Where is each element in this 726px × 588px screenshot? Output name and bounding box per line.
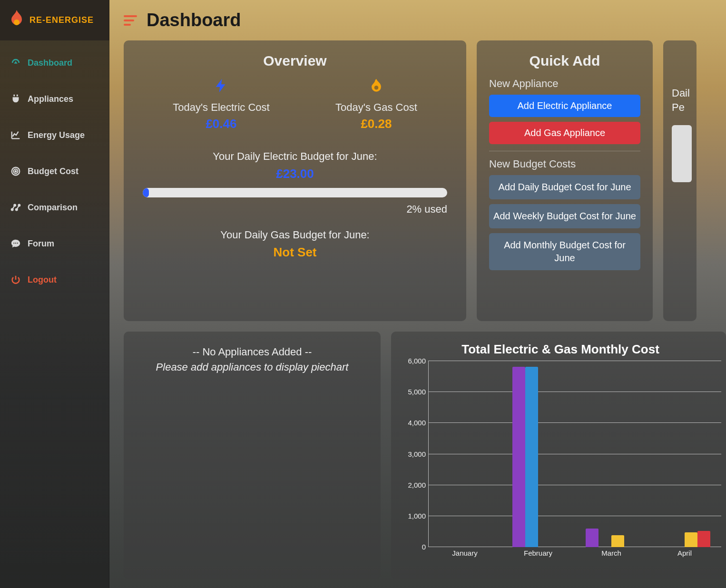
electric-budget-used-text: 2% used <box>140 203 447 216</box>
x-tick-label: January <box>428 549 501 560</box>
quickadd-title: Quick Add <box>489 53 640 69</box>
add-daily-budget-button[interactable]: Add Daily Budget Cost for June <box>489 175 640 199</box>
gas-budget-label: Your Daily Gas Budget for June: <box>140 229 450 241</box>
bolt-icon <box>173 78 270 98</box>
right-stub-card: Dail Pe <box>663 40 697 321</box>
sidebar-item-logout[interactable]: Logout <box>0 267 109 293</box>
y-tick-label: 6,000 <box>401 357 426 365</box>
electric-budget-progress-fill <box>143 188 149 197</box>
barchart: 01,0002,0003,0004,0005,0006,000 JanuaryF… <box>428 361 721 560</box>
metric-gas: Today's Gas Cost £0.28 <box>335 78 417 131</box>
piechart-card: -- No Appliances Added -- Please add app… <box>124 332 381 579</box>
sidebar-item-comparison[interactable]: Comparison <box>0 195 109 220</box>
row-top: Overview Today's Electric Cost £0.46 Tod… <box>124 40 726 321</box>
quickadd-budget-header: New Budget Costs <box>489 158 640 170</box>
page-title: Dashboard <box>147 10 241 30</box>
overview-card: Overview Today's Electric Cost £0.46 Tod… <box>124 40 466 321</box>
chat-icon <box>10 238 21 249</box>
sidebar-item-budget-cost[interactable]: Budget Cost <box>0 158 109 184</box>
add-electric-appliance-button[interactable]: Add Electric Appliance <box>489 95 640 117</box>
add-gas-appliance-button[interactable]: Add Gas Appliance <box>489 122 640 144</box>
gas-budget-block: Your Daily Gas Budget for June: Not Set <box>140 229 450 260</box>
y-tick-label: 5,000 <box>401 388 426 396</box>
stub-line-1: Dail <box>672 87 692 99</box>
stub-input-box[interactable] <box>672 125 692 182</box>
bar <box>697 531 710 547</box>
x-tick-label: April <box>648 549 721 560</box>
svg-point-11 <box>374 86 379 90</box>
stub-line-2: Pe <box>672 101 692 114</box>
gauge-icon <box>10 58 21 68</box>
electric-budget-value: £23.00 <box>140 167 450 181</box>
svg-point-9 <box>15 243 16 244</box>
electric-budget-block: Your Daily Electric Budget for June: £23… <box>140 150 450 216</box>
barchart-card: Total Electric & Gas Monthly Cost 01,000… <box>391 332 726 579</box>
svg-point-5 <box>14 205 16 206</box>
x-tick-label: March <box>575 549 648 560</box>
metric-electric-value: £0.46 <box>173 117 270 131</box>
power-icon <box>10 274 21 285</box>
sidebar-item-dashboard[interactable]: Dashboard <box>0 50 109 76</box>
metric-electric: Today's Electric Cost £0.46 <box>173 78 270 131</box>
plug-icon <box>10 94 21 104</box>
piechart-hint-text: Please add appliances to display piechar… <box>140 361 364 373</box>
metric-gas-value: £0.28 <box>335 117 417 131</box>
y-tick-label: 3,000 <box>401 450 426 458</box>
sidebar-item-label: Forum <box>28 239 54 249</box>
sidebar-item-label: Logout <box>28 275 57 285</box>
electric-budget-label: Your Daily Electric Budget for June: <box>140 150 450 163</box>
sidebar-item-label: Dashboard <box>28 58 72 68</box>
svg-point-0 <box>14 20 20 25</box>
quickadd-card: Quick Add New Appliance Add Electric App… <box>477 40 653 321</box>
brand-logo-icon <box>9 10 25 31</box>
quickadd-appliance-header: New Appliance <box>489 78 640 90</box>
svg-point-3 <box>15 171 17 172</box>
sidebar-item-label: Energy Usage <box>28 130 85 140</box>
sidebar-item-forum[interactable]: Forum <box>0 231 109 256</box>
page-header: Dashboard <box>124 0 726 40</box>
y-tick-label: 2,000 <box>401 480 426 489</box>
svg-point-4 <box>11 209 13 211</box>
brand-name: RE-ENERGISE <box>29 15 94 25</box>
y-tick-label: 0 <box>401 543 426 551</box>
sidebar-item-appliances[interactable]: Appliances <box>0 86 109 112</box>
svg-point-7 <box>19 205 20 206</box>
overview-title: Overview <box>140 53 450 69</box>
linechart-icon <box>10 130 21 140</box>
sidebar-nav: Dashboard Appliances Energy Usage Budget… <box>0 40 109 302</box>
gas-budget-value: Not Set <box>140 245 450 260</box>
bar <box>525 367 538 547</box>
piechart-empty-text: -- No Appliances Added -- <box>140 346 364 358</box>
sidebar: RE-ENERGISE Dashboard Appliances Energy … <box>0 0 109 588</box>
barchart-title: Total Electric & Gas Monthly Cost <box>400 342 721 357</box>
metric-electric-label: Today's Electric Cost <box>173 101 270 114</box>
flame-icon <box>335 78 417 98</box>
sidebar-item-label: Comparison <box>28 203 78 213</box>
main: Dashboard Overview Today's Electric Cost… <box>109 0 726 588</box>
sidebar-item-label: Budget Cost <box>28 167 78 176</box>
svg-point-10 <box>17 243 18 244</box>
y-tick-label: 4,000 <box>401 419 426 427</box>
y-tick-label: 1,000 <box>401 511 426 519</box>
add-weekly-budget-button[interactable]: Add Weekly Budget Cost for June <box>489 204 640 228</box>
compare-icon <box>10 202 21 213</box>
svg-point-8 <box>13 243 14 244</box>
row-bottom: -- No Appliances Added -- Please add app… <box>124 332 726 579</box>
bar <box>586 529 598 547</box>
brand: RE-ENERGISE <box>0 0 109 40</box>
quickadd-divider <box>489 151 640 151</box>
bar <box>512 367 525 547</box>
menu-toggle-icon[interactable] <box>124 15 137 26</box>
sidebar-item-label: Appliances <box>28 94 73 104</box>
bar <box>685 532 697 547</box>
target-icon <box>10 166 21 176</box>
metric-gas-label: Today's Gas Cost <box>335 101 417 114</box>
add-monthly-budget-button[interactable]: Add Monthly Budget Cost for June <box>489 233 640 270</box>
x-tick-label: February <box>501 549 575 560</box>
svg-point-6 <box>16 209 18 211</box>
electric-budget-progress <box>143 188 447 197</box>
bar <box>611 535 624 547</box>
sidebar-item-energy-usage[interactable]: Energy Usage <box>0 122 109 148</box>
